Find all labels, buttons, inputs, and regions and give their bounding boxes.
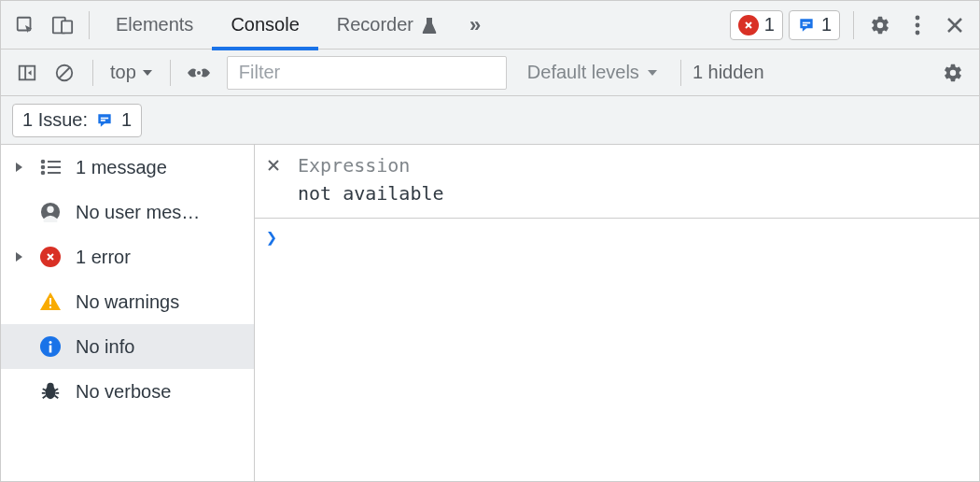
- svg-line-35: [55, 396, 59, 399]
- bug-icon: [38, 381, 63, 402]
- divider: [89, 11, 90, 39]
- user-icon: [38, 202, 63, 222]
- tab-recorder[interactable]: Recorder: [318, 1, 456, 50]
- svg-point-23: [47, 206, 53, 213]
- live-expression-icon[interactable]: [182, 56, 216, 90]
- console-sidebar: 1 message No user mes… 1 error No warnin…: [1, 145, 255, 482]
- sidebar-item-errors[interactable]: 1 error: [1, 234, 254, 279]
- live-expression-block: Expression not available: [255, 145, 979, 219]
- svg-line-11: [60, 67, 70, 78]
- more-tabs-icon[interactable]: »: [456, 7, 494, 44]
- dropdown-triangle-icon: [142, 68, 153, 78]
- issues-count: 1: [121, 109, 132, 131]
- close-icon[interactable]: [262, 154, 285, 177]
- svg-line-30: [43, 389, 47, 390]
- svg-rect-8: [20, 65, 35, 79]
- svg-rect-14: [101, 117, 108, 119]
- levels-label: Default levels: [527, 62, 639, 83]
- svg-line-31: [55, 389, 59, 390]
- settings-icon[interactable]: [861, 7, 899, 44]
- filter-input[interactable]: [227, 56, 507, 90]
- log-levels-selector[interactable]: Default levels: [527, 62, 658, 83]
- error-icon: [38, 247, 63, 267]
- context-label: top: [110, 62, 136, 83]
- toggle-sidebar-icon[interactable]: [10, 56, 44, 90]
- sidebar-item-verbose[interactable]: No verbose: [1, 369, 254, 414]
- devtools-tabstrip: Elements Console Recorder » 1 1: [1, 1, 979, 50]
- svg-point-6: [916, 22, 920, 27]
- sidebar-item-user[interactable]: No user mes…: [1, 190, 254, 234]
- inspect-element-icon[interactable]: [7, 7, 44, 44]
- issues-bar: 1 Issue: 1: [1, 96, 979, 145]
- tab-label: Elements: [116, 14, 193, 35]
- sidebar-label: 1 message: [76, 157, 167, 178]
- svg-rect-15: [101, 120, 105, 121]
- error-count-badge[interactable]: 1: [730, 10, 783, 40]
- hidden-count[interactable]: 1 hidden: [693, 62, 764, 83]
- svg-rect-2: [62, 21, 72, 33]
- sidebar-item-messages[interactable]: 1 message: [1, 145, 254, 190]
- svg-rect-25: [49, 306, 51, 308]
- clear-console-icon[interactable]: [48, 56, 81, 90]
- kebab-menu-icon[interactable]: [899, 7, 936, 44]
- disclosure-triangle-icon: [12, 251, 25, 262]
- divider: [680, 60, 681, 86]
- svg-point-20: [42, 172, 45, 175]
- sidebar-label: No info: [76, 336, 134, 358]
- info-icon: [38, 336, 63, 357]
- sidebar-label: No verbose: [76, 381, 171, 403]
- sidebar-label: 1 error: [76, 247, 131, 268]
- svg-point-16: [42, 161, 45, 163]
- flask-icon: [421, 16, 438, 35]
- tab-elements[interactable]: Elements: [97, 1, 212, 50]
- warning-icon: [38, 291, 63, 312]
- issues-chip[interactable]: 1 Issue: 1: [12, 104, 142, 137]
- console-toolbar: top Default levels 1 hidden: [1, 50, 979, 96]
- svg-point-13: [197, 71, 201, 75]
- sidebar-item-warnings[interactable]: No warnings: [1, 279, 254, 324]
- context-selector[interactable]: top: [105, 62, 159, 83]
- error-icon: [738, 15, 759, 35]
- live-expression-name[interactable]: Expression: [298, 154, 410, 177]
- error-count: 1: [764, 14, 775, 35]
- tab-console[interactable]: Console: [212, 1, 317, 50]
- svg-point-29: [47, 383, 53, 390]
- svg-point-5: [916, 15, 920, 20]
- disclosure-triangle-icon: [12, 162, 25, 173]
- svg-rect-24: [49, 298, 51, 305]
- console-prompt[interactable]: ❯: [255, 219, 979, 256]
- close-icon[interactable]: [936, 7, 973, 44]
- tab-label: Console: [231, 14, 299, 35]
- sidebar-label: No warnings: [76, 291, 179, 313]
- svg-rect-4: [803, 24, 807, 26]
- issue-count: 1: [821, 14, 832, 35]
- device-toolbar-icon[interactable]: [44, 7, 81, 44]
- console-settings-icon[interactable]: [936, 56, 970, 90]
- console-main: 1 message No user mes… 1 error No warnin…: [1, 145, 979, 482]
- svg-point-18: [42, 166, 45, 169]
- svg-point-7: [916, 30, 920, 35]
- console-output: Expression not available ❯: [255, 145, 979, 482]
- tab-label: Recorder: [337, 14, 413, 35]
- live-expression-result: not available: [262, 182, 972, 205]
- issue-icon: [797, 16, 816, 35]
- issue-count-badge[interactable]: 1: [789, 10, 840, 40]
- issues-label: 1 Issue:: [22, 109, 88, 131]
- error-issue-badges: 1 1: [730, 10, 840, 40]
- list-icon: [38, 159, 63, 176]
- svg-line-34: [43, 396, 47, 399]
- dropdown-triangle-icon: [647, 68, 658, 78]
- sidebar-label: No user mes…: [76, 202, 200, 223]
- prompt-chevron-icon: ❯: [266, 226, 277, 248]
- sidebar-item-info[interactable]: No info: [1, 324, 254, 369]
- divider: [853, 11, 854, 39]
- divider: [92, 60, 93, 86]
- issue-icon: [95, 111, 114, 130]
- divider: [170, 60, 171, 86]
- svg-point-26: [49, 341, 52, 344]
- svg-rect-3: [803, 21, 810, 23]
- svg-rect-27: [49, 346, 52, 353]
